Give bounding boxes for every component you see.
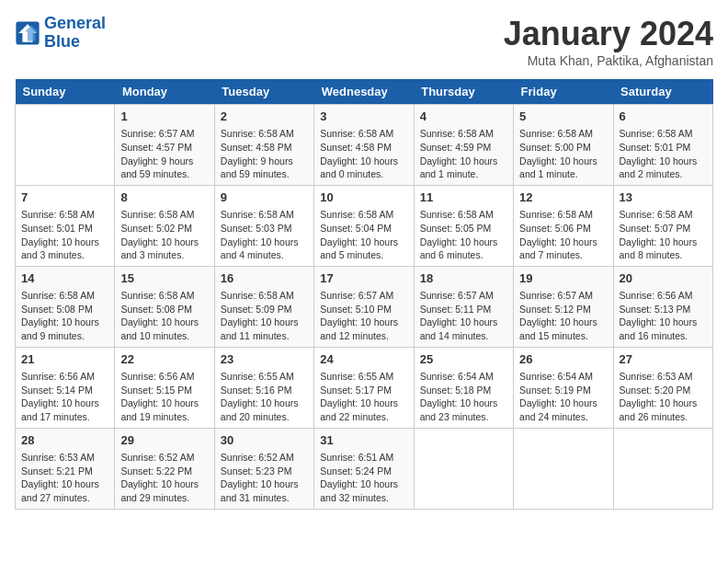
day-number: 17	[320, 270, 407, 287]
day-number: 12	[519, 190, 607, 206]
day-number: 27	[620, 351, 707, 368]
calendar-cell	[16, 105, 115, 186]
day-number: 22	[120, 351, 208, 368]
logo-line1: General	[44, 14, 106, 32]
calendar-cell: 7Sunrise: 6:58 AMSunset: 5:01 PMDaylight…	[16, 185, 115, 266]
calendar-cell: 28Sunrise: 6:53 AMSunset: 5:21 PMDayligh…	[16, 428, 115, 509]
day-info: Sunrise: 6:57 AMSunset: 5:12 PMDaylight:…	[519, 289, 607, 343]
week-row-4: 21Sunrise: 6:56 AMSunset: 5:14 PMDayligh…	[16, 347, 713, 428]
logo-icon	[15, 20, 40, 46]
day-number: 7	[21, 190, 108, 206]
calendar-table: SundayMondayTuesdayWednesdayThursdayFrid…	[15, 79, 713, 510]
day-info: Sunrise: 6:57 AMSunset: 5:10 PMDaylight:…	[320, 289, 407, 343]
day-info: Sunrise: 6:58 AMSunset: 5:01 PMDaylight:…	[21, 208, 108, 262]
calendar-cell: 20Sunrise: 6:56 AMSunset: 5:13 PMDayligh…	[613, 266, 712, 347]
day-info: Sunrise: 6:57 AMSunset: 5:11 PMDaylight:…	[420, 289, 507, 343]
logo-text: General Blue	[44, 15, 106, 52]
week-row-5: 28Sunrise: 6:53 AMSunset: 5:21 PMDayligh…	[16, 428, 713, 509]
day-info: Sunrise: 6:55 AMSunset: 5:17 PMDaylight:…	[320, 370, 407, 424]
day-info: Sunrise: 6:58 AMSunset: 5:00 PMDaylight:…	[519, 127, 607, 181]
day-info: Sunrise: 6:58 AMSunset: 4:58 PMDaylight:…	[320, 127, 407, 181]
calendar-cell: 27Sunrise: 6:53 AMSunset: 5:20 PMDayligh…	[613, 347, 712, 428]
day-header-tuesday: Tuesday	[214, 79, 313, 105]
day-header-friday: Friday	[514, 79, 613, 105]
calendar-cell: 6Sunrise: 6:58 AMSunset: 5:01 PMDaylight…	[613, 105, 712, 186]
calendar-cell	[514, 428, 613, 509]
day-number: 31	[320, 432, 407, 449]
logo: General Blue	[15, 15, 106, 52]
calendar-cell: 9Sunrise: 6:58 AMSunset: 5:03 PMDaylight…	[214, 185, 313, 266]
day-number: 14	[21, 270, 108, 287]
day-number: 4	[420, 109, 507, 125]
day-info: Sunrise: 6:58 AMSunset: 5:07 PMDaylight:…	[620, 208, 707, 262]
calendar-cell: 17Sunrise: 6:57 AMSunset: 5:10 PMDayligh…	[314, 266, 414, 347]
day-header-wednesday: Wednesday	[314, 79, 414, 105]
calendar-cell: 18Sunrise: 6:57 AMSunset: 5:11 PMDayligh…	[414, 266, 513, 347]
day-number: 10	[320, 190, 407, 206]
day-number: 28	[21, 432, 108, 449]
day-number: 3	[320, 109, 407, 125]
day-number: 19	[519, 270, 607, 287]
calendar-cell: 10Sunrise: 6:58 AMSunset: 5:04 PMDayligh…	[314, 185, 414, 266]
day-info: Sunrise: 6:51 AMSunset: 5:24 PMDaylight:…	[320, 451, 407, 505]
calendar-cell: 22Sunrise: 6:56 AMSunset: 5:15 PMDayligh…	[115, 347, 214, 428]
calendar-cell: 15Sunrise: 6:58 AMSunset: 5:08 PMDayligh…	[115, 266, 214, 347]
month-title: January 2024	[504, 15, 713, 53]
day-info: Sunrise: 6:58 AMSunset: 4:59 PMDaylight:…	[420, 127, 507, 181]
day-info: Sunrise: 6:54 AMSunset: 5:18 PMDaylight:…	[420, 370, 507, 424]
day-info: Sunrise: 6:53 AMSunset: 5:21 PMDaylight:…	[21, 451, 108, 505]
day-info: Sunrise: 6:58 AMSunset: 5:03 PMDaylight:…	[221, 208, 308, 262]
calendar-cell: 13Sunrise: 6:58 AMSunset: 5:07 PMDayligh…	[613, 185, 712, 266]
day-number: 11	[420, 190, 507, 206]
day-number: 1	[120, 109, 208, 125]
day-number: 6	[620, 109, 707, 125]
day-number: 8	[120, 190, 208, 206]
day-number: 16	[221, 270, 308, 287]
calendar-cell: 1Sunrise: 6:57 AMSunset: 4:57 PMDaylight…	[115, 105, 214, 186]
day-header-saturday: Saturday	[613, 79, 712, 105]
day-info: Sunrise: 6:52 AMSunset: 5:23 PMDaylight:…	[221, 451, 308, 505]
day-info: Sunrise: 6:58 AMSunset: 5:06 PMDaylight:…	[519, 208, 607, 262]
calendar-cell: 14Sunrise: 6:58 AMSunset: 5:08 PMDayligh…	[16, 266, 115, 347]
day-number: 9	[221, 190, 308, 206]
week-row-2: 7Sunrise: 6:58 AMSunset: 5:01 PMDaylight…	[16, 185, 713, 266]
day-info: Sunrise: 6:58 AMSunset: 5:08 PMDaylight:…	[120, 289, 208, 343]
day-info: Sunrise: 6:58 AMSunset: 5:08 PMDaylight:…	[21, 289, 108, 343]
day-number: 21	[21, 351, 108, 368]
day-number: 24	[320, 351, 407, 368]
calendar-cell: 29Sunrise: 6:52 AMSunset: 5:22 PMDayligh…	[115, 428, 214, 509]
calendar-cell: 3Sunrise: 6:58 AMSunset: 4:58 PMDaylight…	[314, 105, 414, 186]
calendar-cell: 2Sunrise: 6:58 AMSunset: 4:58 PMDaylight…	[214, 105, 313, 186]
page-header: General Blue January 2024 Muta Khan, Pak…	[15, 15, 713, 68]
calendar-cell: 4Sunrise: 6:58 AMSunset: 4:59 PMDaylight…	[414, 105, 513, 186]
calendar-cell: 5Sunrise: 6:58 AMSunset: 5:00 PMDaylight…	[514, 105, 613, 186]
calendar-cell: 8Sunrise: 6:58 AMSunset: 5:02 PMDaylight…	[115, 185, 214, 266]
day-info: Sunrise: 6:58 AMSunset: 5:01 PMDaylight:…	[620, 127, 707, 181]
calendar-cell: 31Sunrise: 6:51 AMSunset: 5:24 PMDayligh…	[314, 428, 414, 509]
header-row: SundayMondayTuesdayWednesdayThursdayFrid…	[16, 79, 713, 105]
calendar-cell: 26Sunrise: 6:54 AMSunset: 5:19 PMDayligh…	[514, 347, 613, 428]
day-header-sunday: Sunday	[16, 79, 115, 105]
day-number: 18	[420, 270, 507, 287]
calendar-cell: 19Sunrise: 6:57 AMSunset: 5:12 PMDayligh…	[514, 266, 613, 347]
calendar-cell: 21Sunrise: 6:56 AMSunset: 5:14 PMDayligh…	[16, 347, 115, 428]
calendar-cell: 23Sunrise: 6:55 AMSunset: 5:16 PMDayligh…	[214, 347, 313, 428]
day-info: Sunrise: 6:58 AMSunset: 5:05 PMDaylight:…	[420, 208, 507, 262]
day-info: Sunrise: 6:55 AMSunset: 5:16 PMDaylight:…	[221, 370, 308, 424]
day-info: Sunrise: 6:53 AMSunset: 5:20 PMDaylight:…	[620, 370, 707, 424]
calendar-cell: 12Sunrise: 6:58 AMSunset: 5:06 PMDayligh…	[514, 185, 613, 266]
day-number: 2	[221, 109, 308, 125]
calendar-cell: 24Sunrise: 6:55 AMSunset: 5:17 PMDayligh…	[314, 347, 414, 428]
day-header-thursday: Thursday	[414, 79, 513, 105]
day-number: 25	[420, 351, 507, 368]
day-info: Sunrise: 6:58 AMSunset: 5:09 PMDaylight:…	[221, 289, 308, 343]
week-row-3: 14Sunrise: 6:58 AMSunset: 5:08 PMDayligh…	[16, 266, 713, 347]
title-block: January 2024 Muta Khan, Paktika, Afghani…	[504, 15, 713, 68]
day-header-monday: Monday	[115, 79, 214, 105]
day-number: 30	[221, 432, 308, 449]
logo-line2: Blue	[44, 33, 106, 52]
calendar-cell: 30Sunrise: 6:52 AMSunset: 5:23 PMDayligh…	[214, 428, 313, 509]
day-info: Sunrise: 6:56 AMSunset: 5:14 PMDaylight:…	[21, 370, 108, 424]
calendar-cell: 16Sunrise: 6:58 AMSunset: 5:09 PMDayligh…	[214, 266, 313, 347]
day-info: Sunrise: 6:58 AMSunset: 5:02 PMDaylight:…	[120, 208, 208, 262]
